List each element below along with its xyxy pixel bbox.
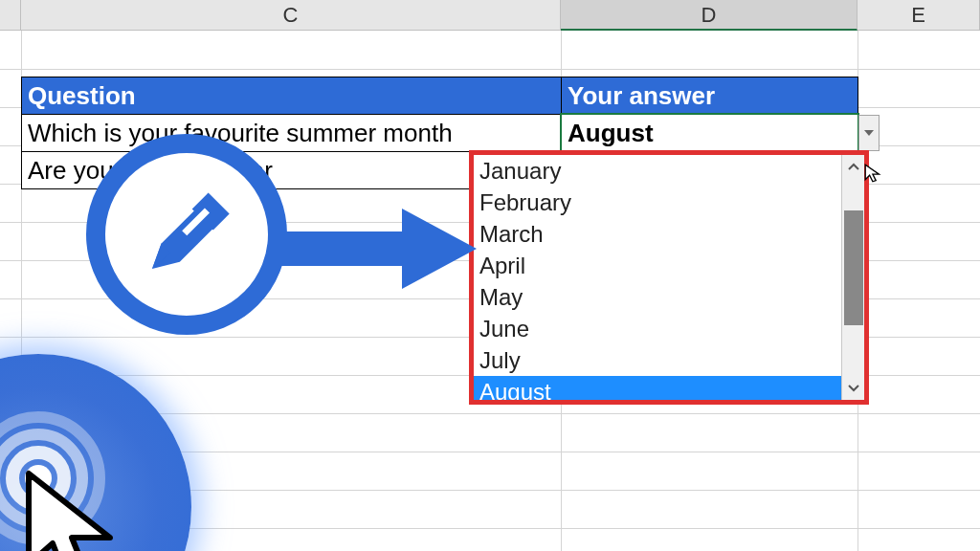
dropdown-item-may[interactable]: May <box>474 281 841 313</box>
column-header-stub <box>0 0 21 31</box>
pencil-icon <box>129 177 244 292</box>
column-header-c[interactable]: C <box>21 0 561 31</box>
dropdown-trigger[interactable] <box>858 115 880 151</box>
column-header-d[interactable]: D <box>561 0 858 31</box>
dropdown-item-august[interactable]: August <box>474 376 841 400</box>
header-answer-cell[interactable]: Your answer <box>561 77 858 115</box>
arrow-right-icon <box>278 201 479 297</box>
dropdown-item-june[interactable]: June <box>474 313 841 344</box>
question-cell-1[interactable]: Which is your favourite summer month <box>21 114 562 152</box>
dropdown-item-april[interactable]: April <box>474 250 841 281</box>
column-header-row: C D E <box>0 0 980 31</box>
dropdown-item-march[interactable]: March <box>474 218 841 250</box>
chevron-up-icon <box>848 163 859 170</box>
dropdown-highlight-box: January February March April May June Ju… <box>469 150 869 405</box>
gridline <box>0 69 980 70</box>
dropdown-item-july[interactable]: July <box>474 344 841 376</box>
dropdown-list[interactable]: January February March April May June Ju… <box>474 155 841 400</box>
dropdown-item-january[interactable]: January <box>474 155 841 187</box>
dropdown-item-february[interactable]: February <box>474 187 841 218</box>
cursor-icon <box>19 469 124 551</box>
cursor-icon <box>863 163 884 184</box>
scroll-up-button[interactable] <box>842 155 865 178</box>
answer-cell-1[interactable]: August <box>561 114 858 152</box>
column-header-e[interactable]: E <box>858 0 980 31</box>
dropdown-scrollbar[interactable] <box>841 155 864 400</box>
pencil-badge <box>86 134 287 335</box>
scroll-down-button[interactable] <box>842 377 865 400</box>
dropdown-caret-icon <box>864 130 874 136</box>
scroll-thumb[interactable] <box>844 210 863 325</box>
chevron-down-icon <box>848 385 859 392</box>
header-question-cell[interactable]: Question <box>21 77 562 115</box>
